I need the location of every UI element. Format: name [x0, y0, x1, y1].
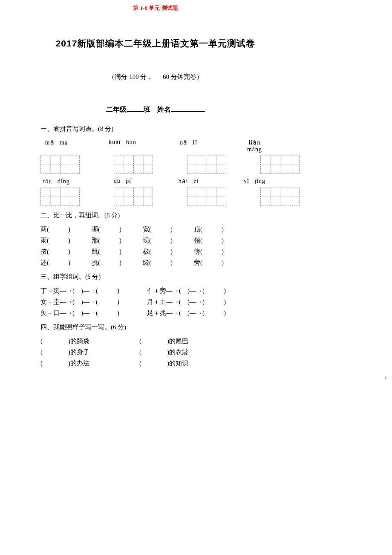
tianzige-pair[interactable]	[187, 188, 226, 205]
fill-row: ()的办法 ()的知识	[40, 359, 271, 367]
name-blank[interactable]	[171, 104, 205, 112]
section-2-head: 二、比一比，再组词。(8 分)	[40, 211, 271, 220]
name-line: 二年级班 姓名	[40, 104, 271, 114]
compare-cell[interactable]: 极( )	[143, 248, 194, 256]
compose-right[interactable]: 亻＋旁—→( )—→( )	[147, 287, 254, 295]
compare-row: 两( ) 哪( ) 宽( ) 顶( )	[40, 225, 271, 234]
fill-tail: )的脑袋	[68, 338, 89, 344]
page-number: 1	[385, 376, 387, 380]
compare-cell[interactable]: 两( )	[40, 225, 92, 234]
tianzige-cell[interactable]	[61, 156, 80, 173]
compare-row: 还( ) 挑( ) 级( ) 旁( )	[40, 259, 271, 267]
tianzige-pair[interactable]	[114, 188, 153, 205]
compose-row: 女＋圭—→( )—→( ) 月＋土—→( )—→( )	[40, 298, 271, 306]
title: 2017新版部编本二年级上册语文第一单元测试卷	[40, 38, 271, 49]
tianzige-cell[interactable]	[261, 156, 280, 173]
section-3-head: 三、组字组词。(6 分)	[40, 273, 271, 281]
tianzige-cell[interactable]	[41, 156, 61, 173]
tianzige-cell[interactable]	[114, 188, 134, 205]
section-4-head: 四、我能照样子写一写。(6 分)	[40, 323, 271, 331]
fill-left[interactable]: ()的办法	[40, 359, 139, 367]
class-label: 班 姓名	[144, 106, 171, 113]
compare-row: 雨( ) 那( ) 现( ) 领( )	[40, 237, 271, 245]
tianzige-cell[interactable]	[41, 188, 61, 205]
fill-row: ()的身子 ()的衣裳	[40, 348, 271, 356]
fill-tail: )的尾巴	[167, 338, 188, 344]
tianzige-cell[interactable]	[61, 188, 80, 205]
box-row	[40, 188, 271, 205]
tianzige-pair[interactable]	[187, 156, 226, 173]
compare-cell[interactable]: 那( )	[92, 237, 143, 245]
pinyin-label: tóu dǐng	[40, 178, 72, 185]
tianzige-cell[interactable]	[280, 156, 300, 173]
compose-row: 丁＋页—→( )—→( ) 亻＋旁—→( )—→( )	[40, 287, 271, 295]
tianzige-cell[interactable]	[207, 188, 226, 205]
tianzige-cell[interactable]	[187, 156, 207, 173]
pinyin-label: hǎi zi	[173, 178, 205, 185]
compare-cell[interactable]: 孩( )	[40, 248, 92, 256]
compare-cell[interactable]: 领( )	[194, 237, 245, 245]
pinyin-label: yī jīng	[239, 178, 271, 185]
compose-left[interactable]: 丁＋页—→( )—→( )	[40, 287, 147, 295]
subtitle-space	[155, 73, 161, 80]
tianzige-pair[interactable]	[40, 156, 80, 173]
header-note: 第 1-8 单元 测试题	[40, 4, 271, 12]
tianzige-pair[interactable]	[260, 188, 300, 205]
compose-left[interactable]: 矢＋口—→( )—→( )	[40, 309, 147, 317]
tianzige-cell[interactable]	[134, 156, 153, 173]
compare-cell[interactable]: 级( )	[143, 259, 194, 267]
fill-tail: )的衣裳	[167, 349, 188, 356]
compare-cell[interactable]: 傍( )	[194, 248, 245, 256]
compare-cell[interactable]: 宽( )	[143, 225, 194, 234]
fill-tail: )的知识	[167, 360, 188, 367]
pinyin-label: nǎ lǐ	[173, 139, 205, 153]
fill-left[interactable]: ()的身子	[40, 348, 139, 356]
pinyin-row: mǎ ma kuài huo nǎ lǐ liǎn máng	[40, 139, 271, 153]
subtitle-left: （满分 100 分，	[108, 73, 153, 80]
compare-row: 孩( ) 跳( ) 极( ) 傍( )	[40, 248, 271, 256]
class-blank[interactable]	[127, 104, 144, 112]
compose-left[interactable]: 女＋圭—→( )—→( )	[40, 298, 147, 306]
tianzige-cell[interactable]	[261, 188, 280, 205]
page: 第 1-8 单元 测试题 2017新版部编本二年级上册语文第一单元测试卷 （满分…	[0, 0, 311, 383]
tianzige-pair[interactable]	[40, 188, 80, 205]
tianzige-cell[interactable]	[114, 156, 134, 173]
compare-cell[interactable]: 现( )	[143, 237, 194, 245]
fill-tail: )的办法	[68, 360, 89, 367]
box-row	[40, 156, 271, 173]
pinyin-label: dù pí	[107, 178, 138, 185]
compare-cell[interactable]: 跳( )	[92, 248, 143, 256]
compose-right[interactable]: 足＋兆—→( )—→( )	[147, 309, 254, 317]
fill-tail: )的身子	[68, 349, 89, 356]
grade-label: 二年级	[106, 106, 127, 113]
pinyin-label: kuài huo	[107, 139, 138, 153]
section-1-head: 一、看拼音写词语。(8 分)	[40, 125, 271, 133]
fill-right[interactable]: ()的尾巴	[139, 337, 238, 345]
fill-right[interactable]: ()的衣裳	[139, 348, 238, 356]
tianzige-cell[interactable]	[187, 188, 207, 205]
fill-right[interactable]: ()的知识	[139, 359, 238, 367]
compare-cell[interactable]: 顶( )	[194, 225, 245, 234]
tianzige-cell[interactable]	[280, 188, 300, 205]
compare-cell[interactable]: 雨( )	[40, 237, 92, 245]
pinyin-label: liǎn máng	[239, 139, 271, 153]
compose-right[interactable]: 月＋土—→( )—→( )	[147, 298, 254, 306]
tianzige-cell[interactable]	[207, 156, 226, 173]
fill-left[interactable]: ()的脑袋	[40, 337, 139, 345]
tianzige-cell[interactable]	[134, 188, 153, 205]
pinyin-label: mǎ ma	[40, 139, 72, 153]
tianzige-pair[interactable]	[260, 156, 300, 173]
pinyin-row: tóu dǐng dù pí hǎi zi yī jīng	[40, 178, 271, 185]
compose-row: 矢＋口—→( )—→( ) 足＋兆—→( )—→( )	[40, 309, 271, 317]
compare-cell[interactable]: 挑( )	[92, 259, 143, 267]
fill-row: ()的脑袋 ()的尾巴	[40, 337, 271, 345]
subtitle-right: 60 分钟完卷）	[163, 73, 203, 80]
tianzige-pair[interactable]	[114, 156, 153, 173]
compare-cell[interactable]: 旁( )	[194, 259, 245, 267]
compare-cell[interactable]: 哪( )	[92, 225, 143, 234]
subtitle: （满分 100 分， 60 分钟完卷）	[40, 73, 271, 81]
compare-cell[interactable]: 还( )	[40, 259, 92, 267]
